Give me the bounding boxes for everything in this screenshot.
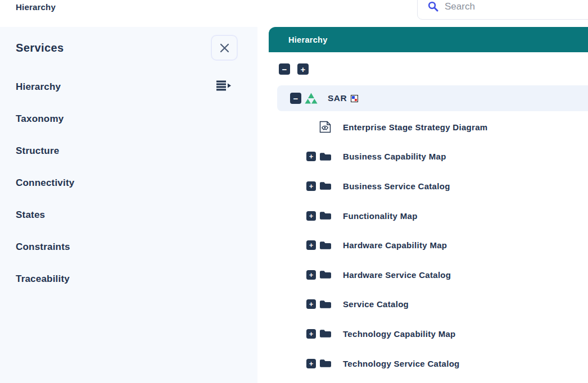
collapse-all-button[interactable]: − — [279, 63, 290, 75]
sidebar-title: Services — [16, 42, 64, 54]
sidebar-item[interactable]: Traceability — [0, 263, 257, 295]
sidebar-item-label: Connectivity — [16, 177, 74, 189]
panel-header: Hierarchy — [269, 27, 588, 52]
collapse-node-button[interactable]: − — [290, 93, 301, 104]
sidebar-nav: Hierarchy Taxonomy — [0, 71, 257, 295]
tree-node-label: Technology Service Catalog — [343, 359, 460, 368]
folder-icon — [319, 329, 332, 339]
search-icon — [428, 1, 438, 12]
expand-node-button[interactable]: + — [306, 240, 316, 250]
folder-icon — [319, 181, 332, 191]
tree-row[interactable]: + Business Capability Map — [269, 142, 588, 172]
model-triangles-icon — [305, 93, 318, 104]
diagram-eye-icon — [319, 121, 332, 133]
sidebar-item[interactable]: Connectivity — [0, 167, 257, 199]
expand-node-button[interactable]: + — [306, 299, 316, 309]
expand-node-button[interactable]: + — [306, 181, 316, 191]
expand-all-button[interactable]: + — [297, 63, 309, 75]
folder-icon — [319, 299, 332, 309]
tree-row[interactable]: + Functionality Map — [269, 201, 588, 231]
sidebar-item[interactable]: Hierarchy — [0, 71, 257, 103]
tree-row[interactable]: + Service Catalog — [269, 290, 588, 320]
tree-row[interactable]: + Technology Capability Map — [269, 319, 588, 349]
sidebar-item-label: Traceability — [16, 273, 70, 285]
sidebar-item-label: Taxonomy — [16, 113, 64, 125]
sidebar-item-label: Constraints — [16, 241, 70, 253]
expand-node-button[interactable]: + — [306, 359, 316, 368]
tree-root-row[interactable]: − SAR — [277, 85, 588, 111]
hierarchy-panel: Hierarchy − + − SAR + — [269, 27, 588, 383]
panel-title: Hierarchy — [288, 35, 328, 44]
tree-row[interactable]: + Business Service Catalog — [269, 171, 588, 201]
sidebar-item[interactable]: Structure — [0, 135, 257, 167]
sidebar-item[interactable]: Constraints — [0, 231, 257, 263]
folder-icon — [319, 358, 332, 368]
tree-row[interactable]: + Hardware Capability Map — [269, 230, 588, 260]
list-arrow-icon — [216, 80, 232, 94]
sidebar-item-label: Structure — [16, 145, 59, 157]
tree-toolbar: − + — [279, 63, 309, 75]
expand-node-button[interactable]: + — [306, 152, 316, 161]
tree-node-label: Service Catalog — [343, 299, 409, 309]
search-input[interactable] — [445, 1, 574, 12]
expand-node-button[interactable]: + — [306, 211, 316, 221]
tree-node-label: Business Capability Map — [343, 152, 446, 161]
breadcrumb: Hierarchy — [16, 2, 56, 12]
tree-node-label: Business Service Catalog — [343, 181, 450, 191]
tree-node-label: Hardware Service Catalog — [343, 270, 451, 280]
folder-icon — [319, 152, 332, 162]
expand-node-button[interactable]: + — [306, 270, 316, 280]
sidebar-item-label: Hierarchy — [16, 81, 61, 93]
close-icon — [219, 43, 230, 53]
sidebar-item[interactable]: States — [0, 199, 257, 231]
tree-node-label: Hardware Capability Map — [343, 240, 447, 250]
app-screen: Hierarchy Services Hierarchy — [0, 0, 588, 383]
sidebar-item[interactable]: Taxonomy — [0, 103, 257, 135]
tree-node-label: Functionality Map — [343, 211, 418, 221]
close-sidebar-button[interactable] — [211, 35, 238, 61]
tree-row[interactable]: + Enterpris — [269, 112, 588, 142]
model-badge-icon — [351, 95, 358, 102]
folder-icon — [319, 240, 332, 250]
tree-node-label: Enterprise Stage Strategy Diagram — [343, 122, 488, 132]
sidebar-item-label: States — [16, 209, 45, 221]
folder-icon — [319, 270, 332, 280]
tree-row[interactable]: + Hardware Service Catalog — [269, 260, 588, 290]
folder-icon — [319, 211, 332, 221]
expand-node-button[interactable]: + — [306, 329, 316, 339]
tree-children: + Enterpris — [269, 112, 588, 378]
search-box — [417, 0, 588, 20]
tree-row[interactable]: + Technology Service Catalog — [269, 349, 588, 379]
services-sidebar: Services Hierarchy — [0, 27, 257, 383]
tree-node-label: Technology Capability Map — [343, 329, 456, 339]
tree-root-label: SAR — [328, 93, 347, 103]
